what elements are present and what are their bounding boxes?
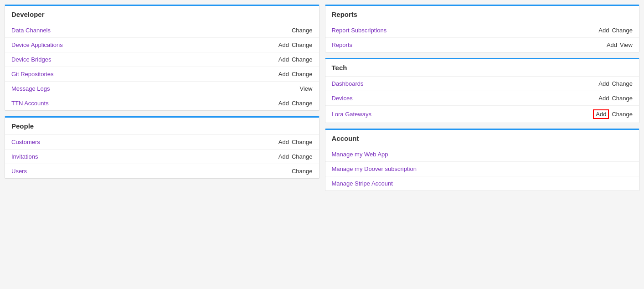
action-link-add[interactable]: Add [598, 95, 609, 102]
developer-body: Data ChannelsChangeDevice ApplicationsAd… [5, 23, 319, 110]
row-actions: Change [292, 27, 313, 34]
reports-body: Report SubscriptionsAddChangeReportsAddV… [325, 23, 639, 52]
row-label[interactable]: Reports [332, 41, 607, 48]
action-link-add[interactable]: Add [607, 41, 617, 48]
account-title: Account [325, 130, 639, 147]
table-row: Device BridgesAddChange [5, 52, 319, 67]
table-row: InvitationsAddChange [5, 150, 319, 164]
table-row: Message LogsView [5, 82, 319, 96]
row-label[interactable]: Manage my Doover subscription [332, 165, 633, 172]
action-link-add[interactable]: Add [278, 139, 289, 145]
action-link-change[interactable]: Change [292, 56, 313, 63]
reports-card: Reports Report SubscriptionsAddChangeRep… [325, 5, 640, 52]
row-actions: AddChange [593, 109, 633, 119]
table-row: Lora GatewaysAddChange [325, 106, 639, 123]
row-label[interactable]: Invitations [11, 153, 278, 160]
row-label[interactable]: Manage Stripe Account [332, 180, 633, 187]
action-link-add[interactable]: Add [598, 80, 609, 87]
action-link-add[interactable]: Add [278, 41, 289, 48]
table-row: Manage my Web App [325, 147, 639, 162]
row-label[interactable]: Manage my Web App [332, 151, 633, 158]
table-row: TTN AccountsAddChange [5, 96, 319, 110]
action-link-add[interactable]: Add [278, 100, 289, 107]
row-label[interactable]: Customers [11, 139, 278, 145]
action-link-change[interactable]: Change [612, 27, 633, 34]
table-row: DevicesAddChange [325, 91, 639, 106]
action-link-change[interactable]: Change [292, 139, 313, 145]
people-title: People [5, 118, 319, 135]
action-link-add[interactable]: Add [598, 27, 609, 34]
row-label[interactable]: TTN Accounts [11, 100, 278, 107]
action-link-change[interactable]: Change [292, 41, 313, 48]
row-label[interactable]: Lora Gateways [332, 111, 593, 118]
people-body: CustomersAddChangeInvitationsAddChangeUs… [5, 135, 319, 178]
account-body: Manage my Web AppManage my Doover subscr… [325, 147, 639, 191]
row-actions: AddChange [278, 71, 313, 77]
action-link-change[interactable]: Change [292, 100, 313, 107]
reports-title: Reports [325, 6, 639, 23]
action-link-change[interactable]: Change [292, 168, 313, 175]
row-label[interactable]: Report Subscriptions [332, 27, 599, 34]
row-actions: View [300, 85, 313, 92]
row-label[interactable]: Message Logs [11, 85, 300, 92]
tech-body: DashboardsAddChangeDevicesAddChangeLora … [325, 77, 639, 123]
row-actions: AddChange [278, 41, 313, 48]
row-actions: AddView [607, 41, 633, 48]
action-link-view[interactable]: View [620, 41, 633, 48]
people-card: People CustomersAddChangeInvitationsAddC… [5, 116, 319, 179]
table-row: Manage my Doover subscription [325, 162, 639, 176]
row-label[interactable]: Devices [332, 95, 599, 102]
row-label[interactable]: Device Bridges [11, 56, 278, 63]
action-link-change[interactable]: Change [292, 71, 313, 77]
tech-title: Tech [325, 59, 639, 77]
row-actions: AddChange [278, 56, 313, 63]
action-link-add[interactable]: Add [278, 153, 289, 160]
row-label[interactable]: Dashboards [332, 80, 599, 87]
table-row: Data ChannelsChange [5, 23, 319, 38]
row-actions: AddChange [278, 100, 313, 107]
table-row: Device ApplicationsAddChange [5, 38, 319, 52]
table-row: DashboardsAddChange [325, 77, 639, 91]
tech-card: Tech DashboardsAddChangeDevicesAddChange… [325, 58, 640, 123]
action-link-change[interactable]: Change [612, 95, 633, 102]
developer-card: Developer Data ChannelsChangeDevice Appl… [5, 5, 319, 111]
table-row: Git RepositoriesAddChange [5, 67, 319, 82]
row-label[interactable]: Device Applications [11, 41, 278, 48]
action-link-change[interactable]: Change [612, 111, 633, 118]
table-row: CustomersAddChange [5, 135, 319, 150]
table-row: Report SubscriptionsAddChange [325, 23, 639, 38]
row-actions: AddChange [598, 95, 633, 102]
action-link-add[interactable]: Add [278, 56, 289, 63]
action-link-change[interactable]: Change [292, 27, 313, 34]
action-link-change[interactable]: Change [292, 153, 313, 160]
table-row: UsersChange [5, 164, 319, 178]
developer-title: Developer [5, 6, 319, 23]
row-actions: Change [292, 168, 313, 175]
row-label[interactable]: Data Channels [11, 27, 292, 34]
row-actions: AddChange [598, 80, 633, 87]
row-label[interactable]: Git Repositories [11, 71, 278, 77]
action-link-change[interactable]: Change [612, 80, 633, 87]
row-actions: AddChange [278, 139, 313, 145]
action-link-add[interactable]: Add [593, 109, 609, 119]
row-actions: AddChange [598, 27, 633, 34]
account-card: Account Manage my Web AppManage my Doove… [325, 129, 640, 191]
action-link-add[interactable]: Add [278, 71, 289, 77]
row-label[interactable]: Users [11, 168, 292, 175]
row-actions: AddChange [278, 153, 313, 160]
table-row: ReportsAddView [325, 38, 639, 52]
action-link-view[interactable]: View [300, 85, 313, 92]
table-row: Manage Stripe Account [325, 176, 639, 191]
